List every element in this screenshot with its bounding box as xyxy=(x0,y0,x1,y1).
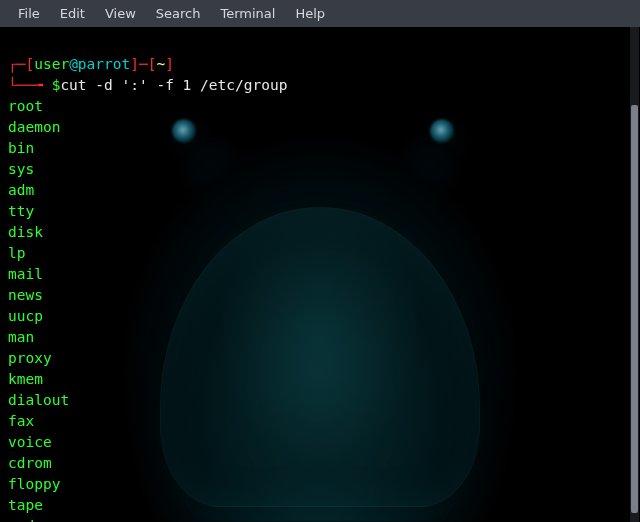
output-line: lp xyxy=(8,245,25,261)
output-line: sudo xyxy=(8,518,43,522)
terminal[interactable]: ┌─[user@parrot]─[~] └──╼ $cut -d ':' -f … xyxy=(0,27,640,522)
output-line: sys xyxy=(8,161,34,177)
output-line: daemon xyxy=(8,119,60,135)
command-text: cut -d ':' -f 1 /etc/group xyxy=(60,77,287,93)
ps1-corner-bottom: └──╼ xyxy=(8,77,52,93)
output-line: cdrom xyxy=(8,455,52,471)
output-line: disk xyxy=(8,224,43,240)
output-line: bin xyxy=(8,140,34,156)
menu-edit[interactable]: Edit xyxy=(50,2,95,25)
terminal-surface[interactable]: ┌─[user@parrot]─[~] └──╼ $cut -d ':' -f … xyxy=(0,27,640,522)
ps1-at: @ xyxy=(69,56,78,72)
output-line: adm xyxy=(8,182,34,198)
menu-view[interactable]: View xyxy=(95,2,146,25)
menu-search[interactable]: Search xyxy=(146,2,211,25)
ps1-host: parrot xyxy=(78,56,130,72)
output-line: news xyxy=(8,287,43,303)
ps1-close2: ] xyxy=(165,56,174,72)
output-line: proxy xyxy=(8,350,52,366)
output-line: man xyxy=(8,329,34,345)
output-line: tape xyxy=(8,497,43,513)
output-line: kmem xyxy=(8,371,43,387)
prompt-line-2: └──╼ $cut -d ':' -f 1 /etc/group xyxy=(8,77,287,93)
prompt-line-1: ┌─[user@parrot]─[~] xyxy=(8,56,174,72)
menu-file[interactable]: File xyxy=(8,2,50,25)
output-line: uucp xyxy=(8,308,43,324)
output-line: fax xyxy=(8,413,34,429)
output-line: mail xyxy=(8,266,43,282)
menu-terminal[interactable]: Terminal xyxy=(210,2,285,25)
ps1-user: user xyxy=(34,56,69,72)
output-line: dialout xyxy=(8,392,69,408)
terminal-scrollbar[interactable] xyxy=(630,27,639,522)
output-line: voice xyxy=(8,434,52,450)
output-line: floppy xyxy=(8,476,60,492)
output-line: root xyxy=(8,98,43,114)
menubar: File Edit View Search Terminal Help xyxy=(0,0,640,27)
ps1-corner-top: ┌─[ xyxy=(8,56,34,72)
ps1-close1: ] xyxy=(130,56,139,72)
menu-help[interactable]: Help xyxy=(285,2,335,25)
output-line: tty xyxy=(8,203,34,219)
scrollbar-thumb[interactable] xyxy=(631,105,638,513)
ps1-sep: ─ xyxy=(139,56,148,72)
ps1-cwd: ~ xyxy=(156,56,165,72)
